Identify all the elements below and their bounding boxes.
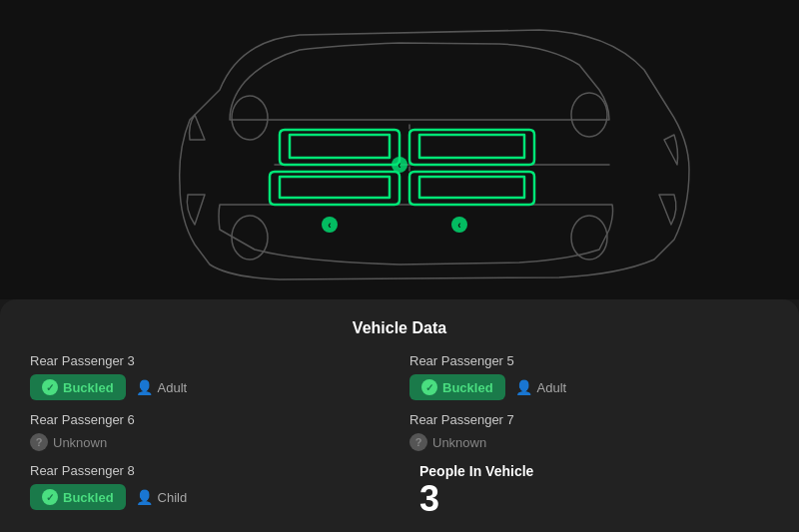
car-container: ‹ ‹ ‹ — [100, 10, 699, 289]
passenger-7-unknown-badge: ? Unknown — [409, 433, 486, 451]
passenger-8-label: Rear Passenger 8 — [30, 463, 390, 478]
check-icon: ✓ — [42, 379, 58, 395]
passenger-3-label: Rear Passenger 3 — [30, 353, 390, 368]
passenger-7-section: Rear Passenger 7 ? Unknown — [409, 412, 769, 451]
person-icon-5: 👤 — [515, 379, 532, 395]
people-in-vehicle-section: People In Vehicle 3 — [409, 463, 769, 517]
svg-point-2 — [571, 93, 607, 137]
svg-point-1 — [232, 216, 268, 260]
passenger-7-status: Unknown — [432, 435, 486, 450]
passenger-6-status: Unknown — [53, 435, 107, 450]
panel-title: Vehicle Data — [30, 319, 769, 337]
car-visualization: ‹ ‹ ‹ — [0, 0, 799, 299]
check-icon-5: ✓ — [421, 379, 437, 395]
svg-text:‹: ‹ — [457, 220, 460, 231]
passenger-5-type: 👤 Adult — [515, 379, 567, 395]
passenger-8-status: Buckled — [63, 490, 114, 505]
passenger-5-buckled-badge: ✓ Buckled — [409, 374, 505, 400]
passenger-8-buckled-badge: ✓ Buckled — [30, 484, 126, 510]
passenger-6-unknown-badge: ? Unknown — [30, 433, 107, 451]
question-icon-7: ? — [409, 433, 427, 451]
passenger-8-type: 👤 Child — [136, 489, 188, 505]
passenger-7-label: Rear Passenger 7 — [409, 412, 769, 427]
passenger-8-info: ✓ Buckled 👤 Child — [30, 484, 390, 510]
passenger-6-info: ? Unknown — [30, 433, 390, 451]
car-svg: ‹ ‹ ‹ — [100, 10, 699, 289]
passenger-5-label: Rear Passenger 5 — [409, 353, 769, 368]
passenger-3-status: Buckled — [63, 380, 114, 395]
passenger-5-status: Buckled — [442, 380, 493, 395]
people-in-vehicle-label: People In Vehicle — [419, 463, 769, 479]
question-icon-6: ? — [30, 433, 48, 451]
svg-point-0 — [232, 96, 268, 140]
passenger-3-info: ✓ Buckled 👤 Adult — [30, 374, 390, 400]
passenger-3-section: Rear Passenger 3 ✓ Buckled 👤 Adult — [30, 353, 390, 400]
person-icon-8: 👤 — [136, 489, 153, 505]
passenger-8-section: Rear Passenger 8 ✓ Buckled 👤 Child — [30, 463, 390, 517]
svg-text:‹: ‹ — [328, 220, 331, 231]
passenger-6-section: Rear Passenger 6 ? Unknown — [30, 412, 390, 451]
person-icon: 👤 — [136, 379, 153, 395]
check-icon-8: ✓ — [42, 489, 58, 505]
people-in-vehicle-count: 3 — [419, 481, 769, 517]
passenger-7-info: ? Unknown — [409, 433, 769, 451]
passenger-5-info: ✓ Buckled 👤 Adult — [409, 374, 769, 400]
passenger-5-section: Rear Passenger 5 ✓ Buckled 👤 Adult — [409, 353, 769, 400]
svg-text:‹: ‹ — [398, 160, 400, 171]
passenger-6-label: Rear Passenger 6 — [30, 412, 390, 427]
data-grid: Rear Passenger 3 ✓ Buckled 👤 Adult Rear … — [30, 353, 769, 517]
passenger-3-type: 👤 Adult — [136, 379, 188, 395]
passenger-3-buckled-badge: ✓ Buckled — [30, 374, 126, 400]
vehicle-data-panel: Vehicle Data Rear Passenger 3 ✓ Buckled … — [0, 299, 799, 532]
